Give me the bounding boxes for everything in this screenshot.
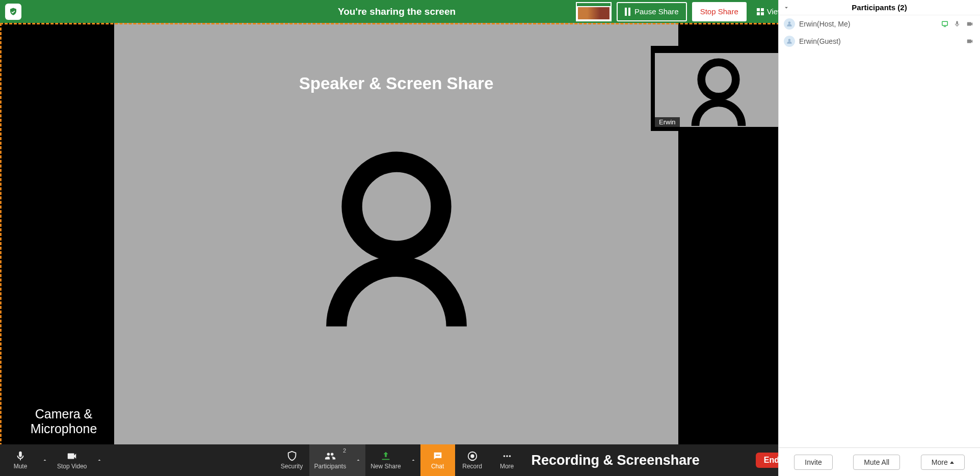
svg-point-6 [470,454,474,458]
record-icon [467,451,478,462]
participant-row[interactable]: Erwin(Host, Me) [779,15,980,33]
stop-share-button[interactable]: Stop Share [692,2,747,21]
participants-panel-title: Participants (2) [852,3,907,12]
share-up-icon [380,451,391,462]
avatar-placeholder-icon [310,146,483,335]
mute-all-button[interactable]: Mute All [853,455,900,470]
share-thumbnail[interactable] [576,2,612,21]
participant-name: Erwin(Guest) [799,37,841,45]
svg-point-3 [437,455,438,456]
share-status-bar: You're sharing the screen Pause Share St… [0,0,793,23]
pip-name-label: Erwin [655,117,680,127]
svg-point-8 [506,455,508,457]
participant-row[interactable]: Erwin(Guest) [779,33,980,50]
record-label: Record [462,463,482,470]
people-icon [324,451,337,462]
video-area: Speaker & Screen Share Erwin [0,23,793,451]
speaker-stage-label: Speaker & Screen Share [114,74,678,93]
caret-up-icon [950,461,954,464]
speaker-stage: Speaker & Screen Share [114,23,678,451]
svg-point-10 [788,21,791,24]
svg-point-12 [788,39,791,41]
camera-icon [66,451,78,462]
camera-icon [965,38,975,45]
mute-button[interactable]: Mute [3,444,38,476]
view-label: View [767,7,783,16]
svg-rect-11 [942,21,948,25]
chat-bubble-icon [432,451,444,462]
pause-icon [625,8,630,16]
participants-panel: Participants (2) Erwin(Host, Me) Erwin(G… [778,0,980,476]
more-button[interactable]: More [490,444,524,476]
stop-video-label: Stop Video [57,463,87,470]
meeting-toolbar: Mute Stop Video Security 2 Participants … [0,444,793,476]
svg-point-7 [503,455,505,457]
annotation-label-recshare: Recording & Screenshare [532,453,700,468]
shield-outline-icon [286,451,298,462]
new-share-options-caret[interactable] [406,444,420,476]
participants-button[interactable]: 2 Participants [309,444,352,476]
pause-share-label: Pause Share [634,7,679,16]
mute-options-caret[interactable] [38,444,52,476]
participants-label: Participants [314,463,347,470]
participants-options-caret[interactable] [351,444,365,476]
avatar-placeholder-icon [685,55,752,127]
chat-button[interactable]: Chat [420,444,455,476]
video-options-caret[interactable] [92,444,107,476]
participants-badge: 2 [343,447,346,454]
svg-point-4 [438,455,439,456]
pause-share-button[interactable]: Pause Share [617,2,687,21]
participants-panel-header: Participants (2) [779,0,980,15]
screen-share-icon [940,20,949,28]
new-share-label: New Share [370,463,401,470]
stop-video-button[interactable]: Stop Video [52,444,92,476]
panel-more-button[interactable]: More [921,455,965,470]
microphone-icon [953,20,961,28]
mute-label: Mute [14,463,28,470]
camera-icon [965,20,975,28]
grid-icon [757,8,764,15]
record-button[interactable]: Record [455,444,490,476]
svg-point-1 [701,62,736,97]
chat-label: Chat [431,463,444,470]
microphone-icon [15,451,26,462]
more-label: More [500,463,514,470]
self-view-pip[interactable]: Erwin [651,46,786,131]
participants-panel-footer: Invite Mute All More [779,447,980,476]
avatar-icon [784,36,795,47]
new-share-button[interactable]: New Share [365,444,406,476]
svg-point-2 [436,455,437,456]
security-button[interactable]: Security [275,444,309,476]
svg-point-0 [352,162,441,251]
security-label: Security [281,463,303,470]
more-dots-icon [501,451,513,462]
participant-name: Erwin(Host, Me) [799,20,850,28]
invite-button[interactable]: Invite [794,455,832,470]
svg-point-9 [509,455,511,457]
view-button[interactable]: View [752,2,788,21]
